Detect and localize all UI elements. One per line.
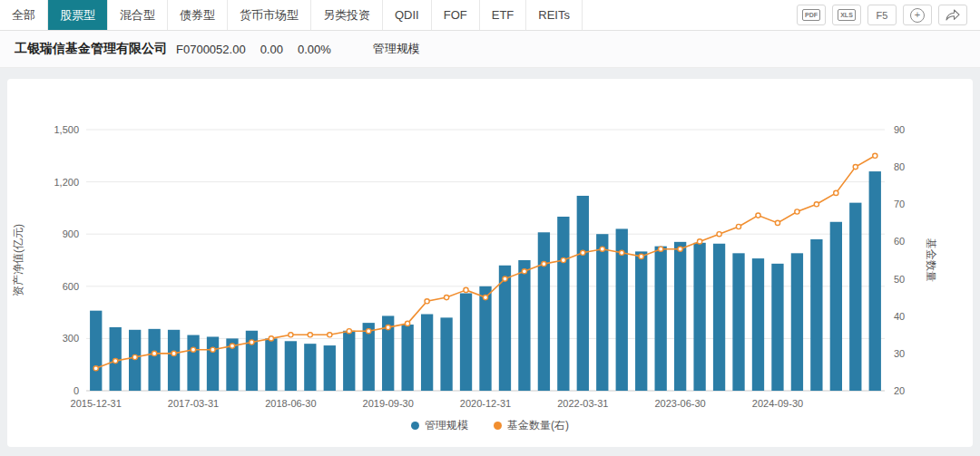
- tab-REITs[interactable]: REITs: [526, 0, 583, 30]
- right-axis-tick-label: 80: [894, 161, 905, 172]
- fund-count-point: [775, 220, 779, 225]
- export-pdf-button[interactable]: PDF: [797, 5, 826, 25]
- right-axis-tick-label: 60: [894, 236, 905, 247]
- right-axis-tick-label: 30: [894, 348, 905, 359]
- fund-count-point: [717, 232, 721, 237]
- bar-aum: [693, 243, 705, 391]
- right-axis-tick-label: 70: [894, 199, 905, 209]
- bar-aum: [674, 242, 686, 391]
- fund-count-point: [522, 269, 526, 274]
- left-axis-tick-label: 1,200: [54, 177, 79, 188]
- fund-count-point: [445, 296, 449, 300]
- bar-aum: [324, 345, 336, 391]
- fund-count-point: [483, 296, 487, 300]
- fund-code: F0700052.00: [176, 43, 246, 56]
- tab-FOF[interactable]: FOF: [432, 0, 480, 30]
- fund-count-point: [698, 239, 702, 244]
- right-axis-tick-label: 20: [894, 385, 905, 396]
- legend-label: 基金数量(右): [507, 418, 569, 433]
- x-axis-tick-label: 2017-03-31: [168, 398, 219, 409]
- bar-aum: [771, 264, 783, 391]
- tab-ETF[interactable]: ETF: [480, 0, 527, 30]
- tab-股票型[interactable]: 股票型: [48, 0, 108, 30]
- change-value: 0.00: [260, 43, 283, 56]
- fund-count-point: [581, 250, 585, 255]
- share-button[interactable]: [938, 5, 967, 25]
- tab-全部[interactable]: 全部: [0, 0, 48, 30]
- xls-icon: XLS: [838, 9, 856, 21]
- fund-count-point: [386, 325, 390, 330]
- combo-chart: 03006009001,2001,50020304050607080902015…: [7, 93, 973, 412]
- fund-count-point: [873, 153, 877, 158]
- bar-aum: [655, 247, 667, 391]
- fund-count-point: [113, 359, 118, 364]
- refresh-f5-button[interactable]: F5: [867, 5, 897, 25]
- bar-aum: [265, 338, 277, 391]
- fund-count-point: [756, 213, 760, 218]
- fund-count-point: [93, 366, 98, 371]
- fund-count-point: [230, 344, 234, 348]
- metric-label: 管理规模: [373, 41, 420, 57]
- share-icon: [946, 9, 960, 21]
- fund-count-point: [736, 224, 740, 228]
- bar-aum: [129, 330, 141, 391]
- fund-count-point: [853, 165, 858, 170]
- fund-count-point: [289, 333, 293, 337]
- legend-dot-icon: [494, 422, 502, 430]
- right-axis-tick-label: 40: [894, 311, 905, 322]
- left-axis-tick-label: 600: [63, 281, 79, 292]
- right-axis-tick-label: 50: [894, 274, 905, 285]
- fund-count-point: [561, 257, 565, 262]
- bar-aum: [343, 331, 355, 391]
- plus-circle-icon: +: [910, 8, 925, 23]
- bar-aum: [830, 222, 842, 391]
- tab-债券型[interactable]: 债券型: [168, 0, 228, 30]
- fund-count-point: [250, 340, 254, 344]
- x-axis-tick-label: 2023-06-30: [654, 398, 705, 409]
- tab-另类投资[interactable]: 另类投资: [311, 0, 383, 30]
- tab-混合型[interactable]: 混合型: [108, 0, 168, 30]
- fund-count-point: [464, 287, 468, 292]
- pdf-icon: PDF: [802, 9, 820, 21]
- change-percent: 0.00%: [298, 43, 331, 56]
- x-axis-tick-label: 2018-06-30: [265, 398, 316, 409]
- tab-货币市场型[interactable]: 货币市场型: [228, 0, 311, 30]
- bar-aum: [849, 203, 861, 391]
- legend-dot-icon: [411, 422, 419, 430]
- bar-aum: [187, 335, 199, 391]
- bar-aum: [421, 315, 433, 391]
- left-axis-tick-label: 0: [74, 385, 79, 396]
- bar-aum: [168, 330, 180, 391]
- bar-aum: [752, 258, 764, 391]
- x-axis-tick-label: 2020-12-31: [460, 398, 511, 409]
- tab-QDII[interactable]: QDII: [383, 0, 432, 30]
- fund-count-point: [834, 190, 838, 195]
- left-axis-tick-label: 900: [63, 228, 79, 239]
- fund-count-point: [152, 351, 157, 355]
- fund-count-point: [639, 254, 643, 258]
- bar-aum: [869, 171, 881, 391]
- fund-count-point: [406, 321, 410, 325]
- chart-card: 03006009001,2001,50020304050607080902015…: [7, 79, 973, 447]
- left-axis-tick-label: 300: [63, 333, 79, 344]
- info-bar: 工银瑞信基金管理有限公司 F0700052.00 0.00 0.00% 管理规模: [0, 31, 980, 68]
- fund-count-point: [659, 247, 663, 251]
- bar-aum: [460, 293, 472, 391]
- export-xls-button[interactable]: XLS: [832, 5, 861, 25]
- fund-count-point: [347, 329, 351, 334]
- fund-count-point: [191, 347, 195, 352]
- bar-aum: [90, 311, 102, 391]
- fund-count-point: [211, 347, 215, 352]
- bar-aum: [596, 234, 608, 391]
- legend-item-基金数量(右)[interactable]: 基金数量(右): [494, 418, 569, 433]
- fund-count-point: [542, 262, 546, 267]
- company-name: 工银瑞信基金管理有限公司: [15, 41, 167, 57]
- toolbar: PDF XLS F5 +: [797, 0, 980, 30]
- bar-aum: [207, 336, 219, 391]
- fund-count-point: [600, 247, 604, 251]
- legend-item-管理规模[interactable]: 管理规模: [411, 418, 468, 433]
- fund-count-point: [678, 247, 682, 251]
- x-axis-tick-label: 2024-09-30: [752, 398, 803, 409]
- bar-aum: [499, 266, 511, 391]
- add-button[interactable]: +: [903, 5, 932, 25]
